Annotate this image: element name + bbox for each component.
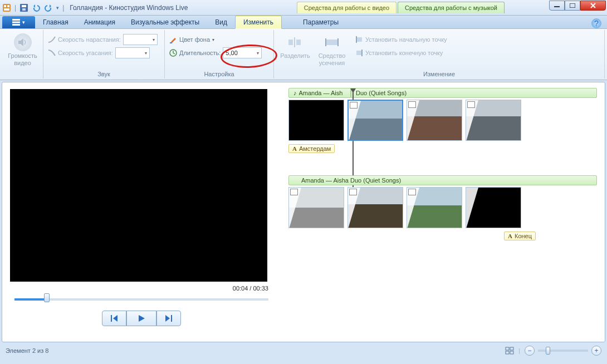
split-button[interactable]: Разделить — [278, 33, 312, 60]
maximize-button[interactable] — [565, 1, 580, 11]
svg-rect-7 — [554, 6, 560, 7]
help-icon[interactable]: ? — [591, 18, 601, 28]
speaker-icon — [14, 33, 32, 51]
context-tab-music[interactable]: Средства для работы с музыкой — [398, 2, 505, 13]
trim-icon — [323, 33, 341, 51]
clip-end[interactable] — [466, 187, 521, 228]
paint-icon — [169, 36, 177, 43]
tab-effects[interactable]: Визуальные эффекты — [123, 16, 207, 28]
clip-6[interactable] — [347, 187, 403, 228]
redo-icon[interactable] — [44, 3, 53, 12]
set-start-button[interactable]: Установить начальную точку — [355, 33, 447, 46]
duration-row: Длительность: 5,00▾ — [169, 47, 262, 59]
duration-combo[interactable]: 5,00▾ — [223, 47, 262, 58]
clip-2[interactable] — [347, 100, 403, 141]
svg-rect-1 — [4, 5, 6, 7]
tab-params[interactable]: Параметры — [295, 16, 346, 28]
play-button[interactable] — [126, 311, 156, 326]
film-icon — [350, 102, 358, 109]
split-icon — [286, 33, 304, 51]
prev-frame-button[interactable] — [102, 311, 126, 326]
svg-rect-24 — [506, 347, 509, 350]
svg-rect-22 — [111, 315, 112, 322]
start-point-icon — [355, 36, 363, 43]
fade-out-combo[interactable]: ▾ — [115, 47, 150, 58]
svg-rect-8 — [570, 3, 575, 8]
film-icon — [349, 189, 357, 195]
svg-rect-15 — [296, 40, 301, 45]
zoom-out-button[interactable]: − — [525, 346, 535, 356]
video-volume-button[interactable]: Громкость видео — [7, 33, 38, 67]
main-area: 00:04 / 00:33 ♪ Amanda — Aish Duo (Quiet… — [2, 82, 605, 342]
caption-amsterdam[interactable]: A Амстердам — [288, 144, 335, 153]
svg-rect-23 — [171, 315, 172, 322]
fade-in-row: Скорость нарастания: ▾ — [48, 33, 158, 46]
svg-rect-11 — [12, 24, 20, 26]
ribbon: Громкость видео Скорость нарастания: ▾ С… — [0, 29, 607, 80]
next-frame-button[interactable] — [156, 311, 181, 326]
status-bar: Элемент 2 из 8 | − + — [0, 344, 607, 357]
tab-animation[interactable]: Анимация — [76, 16, 123, 28]
file-menu-button[interactable]: ▾ — [2, 16, 35, 28]
svg-rect-3 — [4, 8, 9, 11]
clip-title[interactable] — [288, 100, 344, 141]
storyboard-pane[interactable]: ♪ Amanda — Aish Duo (Quiet Songs) A Амст… — [281, 82, 605, 342]
seek-bar[interactable] — [10, 293, 273, 304]
svg-rect-18 — [356, 37, 362, 42]
close-button[interactable] — [580, 1, 606, 11]
clip-4[interactable] — [466, 100, 521, 141]
save-icon[interactable] — [19, 3, 28, 12]
clip-7[interactable] — [407, 187, 462, 228]
qat-dropdown-icon[interactable]: ▾ — [56, 5, 59, 11]
svg-rect-5 — [22, 5, 26, 7]
fade-in-combo[interactable]: ▾ — [123, 34, 158, 45]
music-strip-2[interactable]: Amanda — Aisha Duo (Quiet Songs) — [288, 175, 597, 185]
zoom-in-button[interactable]: + — [591, 346, 601, 356]
group-label-edit: Изменение — [274, 71, 604, 77]
film-icon — [408, 101, 416, 108]
clip-5[interactable] — [288, 187, 344, 228]
text-icon: A — [508, 233, 512, 239]
svg-rect-2 — [7, 5, 9, 7]
qat-separator: | — [14, 4, 16, 12]
tab-view[interactable]: Вид — [207, 16, 235, 28]
svg-rect-25 — [510, 347, 513, 350]
transport-controls — [10, 311, 273, 326]
context-tab-video[interactable]: Средства для работы с видео — [297, 2, 396, 13]
end-point-icon — [355, 50, 363, 56]
view-thumbnails-icon[interactable] — [505, 347, 514, 355]
group-label-settings: Настройка — [165, 71, 273, 77]
svg-rect-26 — [506, 351, 509, 354]
ribbon-tabs: ▾ Главная Анимация Визуальные эффекты Ви… — [0, 16, 607, 29]
undo-icon[interactable] — [32, 3, 41, 12]
window-controls — [549, 1, 606, 11]
window-title: Голландия - Киностудия Windows Live — [70, 4, 188, 12]
set-end-button[interactable]: Установить конечную точку — [355, 47, 447, 59]
video-preview[interactable] — [10, 89, 267, 282]
tab-edit[interactable]: Изменить — [235, 16, 282, 29]
svg-rect-10 — [12, 22, 20, 23]
svg-rect-14 — [288, 40, 293, 45]
time-display: 00:04 / 00:33 — [10, 282, 273, 293]
bgcolor-button[interactable]: Цвет фона ▾ — [169, 33, 262, 46]
film-icon — [290, 189, 298, 195]
status-separator: | — [518, 347, 520, 354]
zoom-thumb[interactable] — [546, 347, 550, 355]
music-note-icon: ♪ — [293, 90, 297, 96]
fade-in-icon — [48, 36, 56, 43]
caption-end[interactable]: A Конец — [504, 232, 536, 240]
clip-3[interactable] — [407, 100, 462, 141]
preview-pane: 00:04 / 00:33 — [2, 82, 281, 342]
seek-thumb[interactable] — [44, 293, 50, 302]
svg-rect-12 — [170, 42, 172, 43]
trim-button[interactable]: Средство усечения — [315, 33, 349, 67]
music-strip-1a[interactable]: ♪ Amanda — Aish — [288, 88, 351, 98]
tab-home[interactable]: Главная — [35, 16, 76, 28]
status-item-count: Элемент 2 из 8 — [6, 347, 48, 354]
zoom-slider[interactable] — [538, 350, 588, 352]
minimize-button[interactable] — [549, 1, 565, 11]
svg-rect-20 — [356, 51, 362, 55]
svg-rect-6 — [22, 8, 26, 11]
music-strip-1b[interactable]: Duo (Quiet Songs) — [351, 88, 597, 98]
quick-access-toolbar: | ▾ | — [2, 3, 64, 12]
